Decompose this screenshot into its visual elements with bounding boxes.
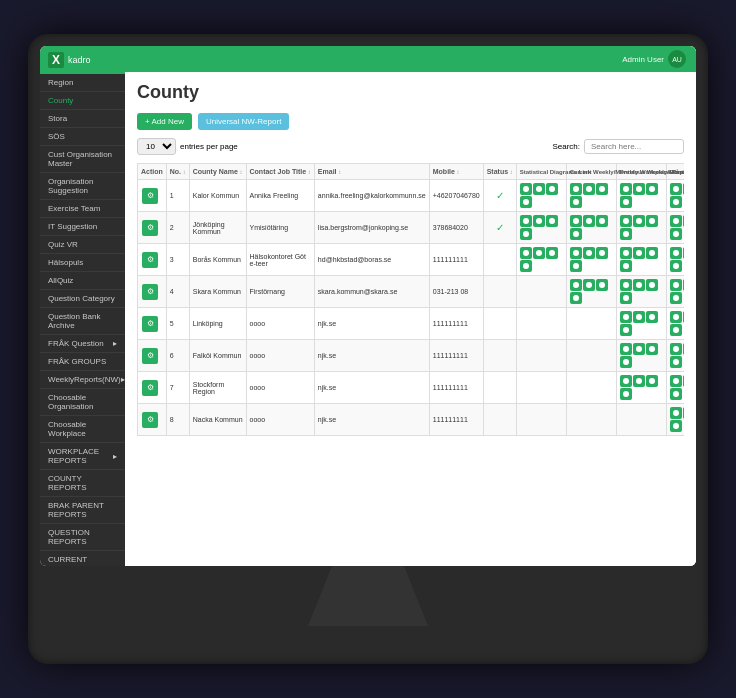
svg-point-7 (573, 199, 579, 205)
status-cell (570, 279, 613, 304)
sidebar-item-cust-org[interactable]: Cust Organisation Master (40, 146, 125, 173)
curr-wp-cell (566, 340, 616, 372)
mobile-cell: 031-213 08 (429, 276, 483, 308)
badge (633, 279, 645, 291)
entries-label: entries per page (180, 142, 238, 151)
settings-button[interactable]: ⚙ (142, 220, 158, 236)
logo-x: X (48, 52, 64, 68)
svg-point-126 (649, 378, 655, 384)
sidebar-item-it-suggest[interactable]: IT Suggestion (40, 218, 125, 236)
entries-select[interactable]: 10 25 50 (137, 138, 176, 155)
col-header-mobile[interactable]: Mobile (429, 164, 483, 180)
badge (570, 292, 582, 304)
svg-point-125 (636, 378, 642, 384)
mobile-cell: 111111111 (429, 244, 483, 276)
sidebar-item-quiz-vr[interactable]: Quiz VR (40, 236, 125, 254)
monitor-screen: X kadro Region County Stora SÖS Cust Org… (40, 46, 696, 566)
sidebar-item-question-cat[interactable]: Question Category (40, 290, 125, 308)
badge (633, 183, 645, 195)
settings-button[interactable]: ⚙ (142, 380, 158, 396)
sidebar-item-stora[interactable]: Stora (40, 110, 125, 128)
stat-diag-cell (516, 340, 566, 372)
svg-point-51 (523, 263, 529, 269)
curr-wp-cell (566, 180, 616, 212)
sidebar-item-brak-reports[interactable]: BRAK PARENT REPORTS (40, 497, 125, 524)
entries-filter: 10 25 50 entries per page (137, 138, 238, 155)
svg-point-63 (673, 263, 679, 269)
badge (683, 311, 684, 323)
settings-button[interactable]: ⚙ (142, 188, 158, 204)
table-row: ⚙ 7 Stockform Region oooo njk.se 1111111… (138, 372, 685, 404)
svg-point-73 (586, 282, 592, 288)
sidebar-item-org-suggest[interactable]: Organisation Suggestion (40, 173, 125, 200)
svg-point-15 (673, 199, 679, 205)
col-header-no[interactable]: No. (166, 164, 189, 180)
svg-point-1 (536, 186, 542, 192)
search-input[interactable] (584, 139, 684, 154)
badge (520, 196, 532, 208)
contact-job-cell: oooo (246, 308, 314, 340)
settings-button[interactable]: ⚙ (142, 412, 158, 428)
email-cell: hd@hkbstad@boras.se (314, 244, 429, 276)
badge (670, 215, 682, 227)
sidebar-item-county[interactable]: County (40, 92, 125, 110)
svg-point-5 (586, 186, 592, 192)
sidebar-item-choosable-wp[interactable]: Choosable Workplace (40, 416, 125, 443)
contact-job-cell: Firstörnang (246, 276, 314, 308)
action-cell: ⚙ (138, 244, 167, 276)
svg-point-56 (623, 250, 629, 256)
universal-report-button[interactable]: Universal NW-Report (198, 113, 289, 130)
county-name-cell: Linköping (189, 308, 246, 340)
badge (596, 247, 608, 259)
sidebar-item-halsopuls[interactable]: Hälsopuls (40, 254, 125, 272)
sidebar-item-wp-reports[interactable]: WORKPLACE REPORTS ▸ (40, 443, 125, 470)
action-cell: ⚙ (138, 308, 167, 340)
sidebar-item-sos[interactable]: SÖS (40, 128, 125, 146)
settings-button[interactable]: ⚙ (142, 252, 158, 268)
email-cell: njk.se (314, 340, 429, 372)
svg-point-128 (673, 378, 679, 384)
county-name-cell: Jönköping Kommun (189, 212, 246, 244)
mobile-cell: 111111111 (429, 308, 483, 340)
sidebar-item-region[interactable]: Region (40, 74, 125, 92)
col-header-stat-diag: Statistical Diagrams Link (516, 164, 566, 180)
badge (683, 247, 684, 259)
prev-wp-cell (616, 308, 666, 340)
status-cell (670, 407, 684, 432)
sidebar-item-frak-question[interactable]: FRÅK Question ▸ (40, 335, 125, 353)
sidebar-item-question-bank[interactable]: Question Bank Archive (40, 308, 125, 335)
prev-wp-cell (616, 372, 666, 404)
svg-point-94 (649, 314, 655, 320)
svg-point-92 (623, 314, 629, 320)
sidebar-item-frak-groups[interactable]: FRÅK GROUPS (40, 353, 125, 371)
sidebar-item-county-reports[interactable]: COUNTY REPORTS (40, 470, 125, 497)
sidebar-item-question-reports[interactable]: QUESTION REPORTS (40, 524, 125, 551)
col-header-contact-job[interactable]: Contact Job Title (246, 164, 314, 180)
settings-button[interactable]: ⚙ (142, 348, 158, 364)
badge (620, 375, 632, 387)
status-cell (483, 308, 516, 340)
no-cell: 8 (166, 404, 189, 436)
col-header-status[interactable]: Status (483, 164, 516, 180)
prev-wp-cell (616, 180, 666, 212)
sidebar-item-allquiz[interactable]: AllQuiz (40, 272, 125, 290)
svg-point-112 (673, 346, 679, 352)
badge (633, 247, 645, 259)
curr-wp-cell (566, 244, 616, 276)
col-header-county-name[interactable]: County Name (189, 164, 246, 180)
sidebar-item-current-monthly[interactable]: CURRENT MONTHLY RANKI (40, 551, 125, 566)
mobile-cell: 111111111 (429, 404, 483, 436)
sidebar: X kadro Region County Stora SÖS Cust Org… (40, 46, 125, 566)
sidebar-item-choosable-org[interactable]: Choosable Organisation (40, 389, 125, 416)
curr-wp-cell (566, 308, 616, 340)
table-row: ⚙ 8 Nacka Kommun oooo njk.se 111111111 (138, 404, 685, 436)
add-new-button[interactable]: + Add New (137, 113, 192, 130)
settings-button[interactable]: ⚙ (142, 284, 158, 300)
col-header-email[interactable]: Email (314, 164, 429, 180)
settings-button[interactable]: ⚙ (142, 316, 158, 332)
svg-point-57 (636, 250, 642, 256)
svg-point-59 (623, 263, 629, 269)
sidebar-item-weekly-reports[interactable]: WeeklyReports(NW) ▸ (40, 371, 125, 389)
logo-name: kadro (68, 55, 91, 65)
sidebar-item-exercise[interactable]: Exercise Team (40, 200, 125, 218)
